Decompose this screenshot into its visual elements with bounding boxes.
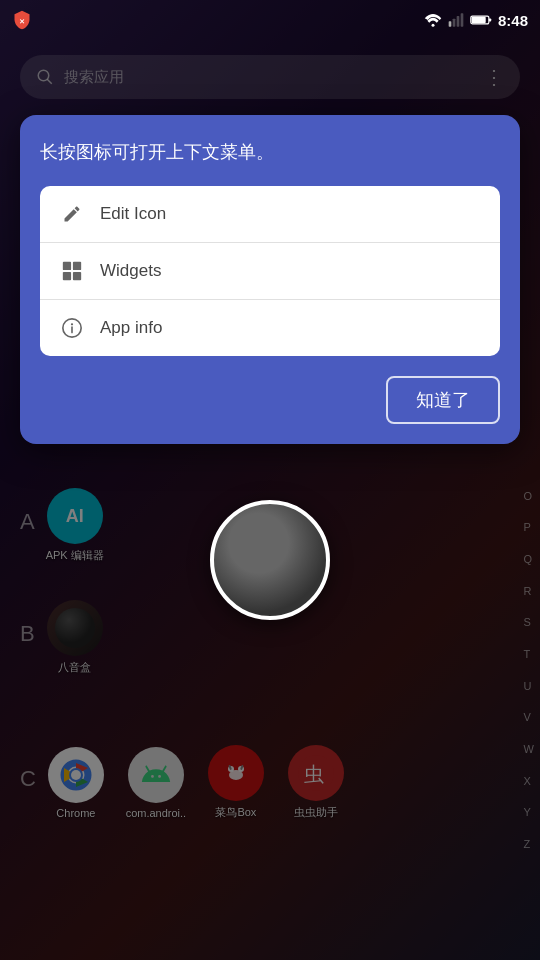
menu-item-app-info[interactable]: App info xyxy=(40,300,500,356)
status-right: 8:48 xyxy=(424,12,528,29)
svg-rect-7 xyxy=(489,18,491,21)
widgets-icon xyxy=(60,259,84,283)
status-bar: ✕ 8:48 xyxy=(0,0,540,40)
svg-rect-13 xyxy=(63,272,71,280)
shield-icon: ✕ xyxy=(12,10,32,30)
context-menu-card: Edit Icon Widgets xyxy=(40,186,500,356)
svg-rect-12 xyxy=(73,262,81,270)
svg-rect-8 xyxy=(472,17,486,23)
drag-circle xyxy=(210,500,330,620)
status-left: ✕ xyxy=(12,10,32,30)
svg-rect-3 xyxy=(453,19,456,27)
tooltip-message: 长按图标可打开上下文菜单。 xyxy=(40,139,500,166)
signal-icon xyxy=(448,12,464,28)
svg-rect-2 xyxy=(449,21,452,26)
wifi-icon xyxy=(424,13,442,27)
menu-item-edit-icon[interactable]: Edit Icon xyxy=(40,186,500,243)
info-icon xyxy=(60,316,84,340)
svg-rect-14 xyxy=(73,272,81,280)
app-info-label: App info xyxy=(100,318,162,338)
menu-item-widgets[interactable]: Widgets xyxy=(40,243,500,300)
edit-icon-label: Edit Icon xyxy=(100,204,166,224)
svg-rect-5 xyxy=(461,13,464,26)
battery-icon xyxy=(470,13,492,27)
widgets-label: Widgets xyxy=(100,261,161,281)
clock: 8:48 xyxy=(498,12,528,29)
svg-rect-11 xyxy=(63,262,71,270)
svg-rect-4 xyxy=(457,16,460,27)
tooltip-dialog: 长按图标可打开上下文菜单。 Edit Icon Widgets xyxy=(20,115,520,444)
pencil-icon xyxy=(60,202,84,226)
confirm-button[interactable]: 知道了 xyxy=(386,376,500,424)
svg-text:✕: ✕ xyxy=(19,18,25,25)
svg-point-1 xyxy=(431,24,434,27)
